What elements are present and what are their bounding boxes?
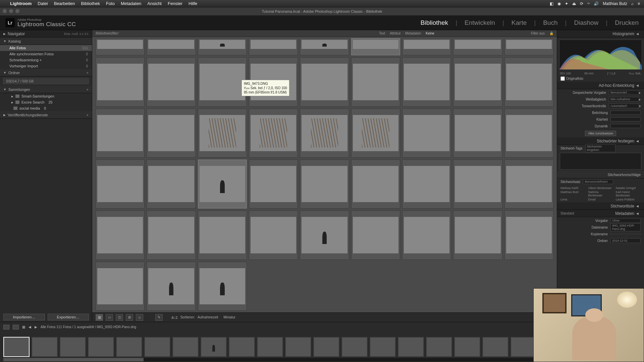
grid-cell[interactable] [453,38,502,55]
grid-cell[interactable] [147,262,196,311]
catalog-all-photos[interactable]: Alle Fotos111 [0,45,92,51]
status-icon[interactable]: ⟳ [580,1,583,6]
keyword-suggestion[interactable]: Aileen Benkesser [588,186,613,190]
menu-file[interactable]: Datei [38,1,48,6]
second-window-icon[interactable] [13,325,19,329]
breadcrumb[interactable]: Alle Fotos 111 Fotos / 1 ausgewählt / IM… [41,325,136,329]
keyword-suggestion[interactable]: Sabrina Benkesser [588,190,613,197]
thumbnail[interactable] [200,166,245,202]
filmstrip-thumbnail[interactable] [370,337,396,357]
navigator-header[interactable]: ▶NavigatorEinp. Ausf. 1:1 3:1 [0,30,92,38]
keywording-header[interactable]: Stichwörter festlegen◀ [557,137,644,145]
thumbnail[interactable] [302,217,347,253]
thumbnail[interactable] [353,64,398,100]
thumbnail[interactable] [404,40,449,49]
compare-view-icon[interactable]: ◫ [116,314,123,321]
filmstrip-thumbnail[interactable] [172,337,199,357]
second-window-icon[interactable] [3,325,9,329]
grid-cell[interactable] [96,262,145,311]
grid-cell[interactable] [198,109,247,158]
keyword-list-header[interactable]: Stichwortliste◀ [557,202,644,210]
grid-cell[interactable] [300,210,349,259]
filter-attribute[interactable]: Attribut [390,32,400,35]
grid-cell[interactable] [96,38,145,55]
thumbnail[interactable] [506,64,552,100]
thumbnail[interactable] [148,166,194,202]
zoom-icon[interactable] [15,9,19,13]
module-slideshow[interactable]: Diashow [574,19,598,26]
preset-select[interactable]: Benutzerdef… [609,90,639,95]
menu-window[interactable]: Fenster [168,1,182,6]
grid-cell[interactable] [198,210,247,259]
export-button[interactable]: Exportieren… [48,314,89,320]
grid-cell[interactable] [96,109,145,158]
vibrance-stepper[interactable] [610,124,641,128]
thumbnail[interactable] [200,40,245,49]
keyword-suggestion[interactable]: Lena [560,198,585,201]
grid-cell[interactable] [453,109,502,158]
import-button[interactable]: Importieren… [3,314,45,320]
thumbnail[interactable] [404,115,449,151]
chevron-icon[interactable]: ▸ [639,91,641,95]
thumbnail[interactable] [455,115,500,151]
people-view-icon[interactable]: ☺ [136,314,143,321]
thumbnail[interactable] [302,166,347,202]
grid-cell[interactable] [453,210,502,259]
grid-cell[interactable] [147,210,196,259]
grid-cell[interactable] [504,57,553,106]
status-icon[interactable]: ⏏ [572,1,576,6]
thumbnail[interactable] [97,64,143,100]
thumbnail[interactable] [97,115,143,151]
filmstrip-thumbnail[interactable] [257,337,283,357]
grid-cell[interactable] [198,160,247,208]
filmstrip-thumbnail[interactable] [3,337,30,357]
grid-cell[interactable] [402,160,451,208]
wb-select[interactable]: Wie Aufnahme [609,97,639,102]
folders-header[interactable]: ▼Ordner+ [0,69,92,76]
grid-cell[interactable] [504,210,553,259]
menu-icon[interactable]: ≡ [638,1,640,6]
filmstrip-thumbnail[interactable] [32,337,58,357]
filmstrip-thumbnail[interactable] [341,337,368,357]
grid-cell[interactable] [504,38,553,55]
grid-cell[interactable] [351,38,400,55]
filmstrip-thumbnail[interactable] [116,337,142,357]
original-checkbox[interactable] [560,76,565,81]
close-icon[interactable] [3,9,7,13]
menu-edit[interactable]: Bearbeiten [54,1,75,6]
grid-cell[interactable] [402,38,451,55]
thumbnail[interactable] [148,64,194,100]
metadata-copyname[interactable] [610,233,641,235]
filter-metadata[interactable]: Metadaten [405,32,421,35]
add-publish-icon[interactable]: + [87,113,89,117]
grid-cell[interactable] [300,57,349,106]
wifi-icon[interactable]: ⌔ [587,1,590,6]
grid-cell[interactable] [402,109,451,158]
collection-item[interactable]: social media0 [0,105,92,111]
catalog-quick[interactable]: Schnellsammlung +0 [0,57,92,63]
thumbnail[interactable] [404,64,449,100]
thumbnail[interactable] [148,115,194,151]
status-icon[interactable]: ✦ [565,1,568,6]
keyword-tags-select[interactable]: Stichwörter eingeben [585,144,615,152]
metadata-preset-select[interactable]: Ohne [610,218,641,223]
status-icon[interactable]: ◉ [557,1,561,6]
thumbnail[interactable] [251,217,296,253]
catalog-header[interactable]: ▼Katalog [0,38,92,45]
filmstrip-thumbnail[interactable] [285,337,311,357]
grid-cell[interactable] [147,57,196,106]
painter-icon[interactable]: ✎ [155,314,163,321]
thumbnail[interactable] [404,166,449,202]
grid-cell[interactable] [453,57,502,106]
grid-icon[interactable]: ▦ [22,325,25,329]
thumbnail[interactable] [302,115,347,151]
keyword-suggestion[interactable]: Laura Polidori [616,198,641,201]
thumbnail[interactable] [353,115,398,151]
grid-cell[interactable] [300,38,349,55]
thumbnail[interactable] [97,166,143,202]
sort-value[interactable]: Aufnahmezeit [198,315,218,319]
thumbnail[interactable] [455,64,500,100]
menu-photo[interactable]: Foto [106,1,115,6]
thumbnail[interactable] [200,268,245,304]
grid-cell[interactable] [504,160,553,208]
